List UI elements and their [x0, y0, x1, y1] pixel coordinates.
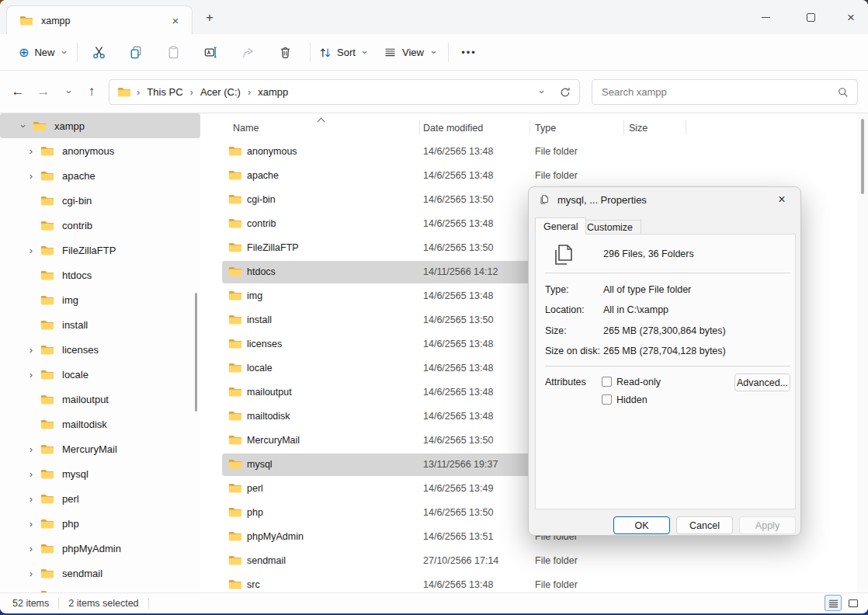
advanced-button[interactable]: Advanced...: [734, 374, 790, 391]
sidebar-item[interactable]: › cgi-bin: [0, 188, 200, 213]
folder-icon: [228, 579, 242, 592]
tab-customize[interactable]: Customize: [578, 220, 641, 235]
search-input[interactable]: [602, 80, 831, 104]
details-view-button[interactable]: [825, 595, 842, 611]
search-box[interactable]: [592, 79, 858, 105]
file-row[interactable]: sendmail 27/10/2566 17:14 File folder: [200, 549, 868, 573]
forward-button[interactable]: →: [32, 80, 55, 103]
sidebar-item[interactable]: › php: [0, 511, 200, 536]
sidebar-item[interactable]: › mailtodisk: [0, 412, 200, 436]
sidebar-item[interactable]: › perl: [0, 486, 200, 511]
sidebar-item[interactable]: › mailoutput: [0, 387, 200, 412]
sidebar-item[interactable]: › install: [0, 312, 200, 337]
tree-expand-chevron-icon[interactable]: ›: [26, 568, 36, 579]
folder-icon: [19, 15, 33, 26]
sidebar-item[interactable]: › anonymous: [0, 138, 200, 163]
address-bar[interactable]: › This PC › Acer (C:) › xampp ›: [109, 79, 580, 105]
rename-button[interactable]: [196, 40, 224, 65]
recent-locations-button[interactable]: ›: [57, 80, 81, 103]
sidebar-item[interactable]: › locale: [0, 362, 200, 387]
column-header-size[interactable]: Size: [629, 123, 648, 134]
tree-expand-chevron-icon[interactable]: ›: [26, 171, 36, 181]
tree-expand-chevron-icon[interactable]: ›: [26, 519, 36, 529]
file-date-modified: 27/10/2566 17:14: [423, 555, 498, 566]
chevron-down-icon: ›: [64, 87, 75, 96]
sort-button[interactable]: Sort ›: [312, 40, 376, 65]
sidebar-item[interactable]: › xampp: [0, 113, 200, 138]
new-button[interactable]: ⊕ New ›: [11, 40, 77, 65]
column-divider[interactable]: [529, 120, 530, 135]
dialog-close-icon[interactable]: ×: [773, 190, 791, 209]
folder-icon: [228, 193, 242, 208]
tab-general[interactable]: General: [535, 217, 586, 235]
column-divider[interactable]: [623, 120, 624, 135]
tree-expand-chevron-icon[interactable]: ›: [26, 444, 36, 454]
file-row[interactable]: anonymous 14/6/2565 13:48 File folder: [200, 140, 868, 164]
sidebar-item[interactable]: › sendmail: [0, 561, 200, 585]
sidebar-item[interactable]: › MercuryMail: [0, 436, 200, 461]
sidebar-item[interactable]: › contrib: [0, 213, 200, 238]
cut-button[interactable]: [85, 40, 113, 65]
sidebar-item[interactable]: › img: [0, 287, 200, 312]
column-header-type[interactable]: Type: [535, 123, 556, 134]
tree-expand-chevron-icon[interactable]: ›: [26, 469, 36, 479]
tree-expand-chevron-icon[interactable]: ›: [26, 494, 36, 504]
address-dropdown-chevron-icon[interactable]: ›: [537, 88, 547, 97]
folder-icon: [40, 195, 54, 207]
list-scrollbar-track[interactable]: [857, 113, 868, 592]
folder-icon: [33, 120, 47, 132]
file-date-modified: 14/6/2565 13:50: [423, 435, 493, 446]
tree-expand-chevron-icon[interactable]: ›: [19, 121, 29, 130]
paste-button[interactable]: [159, 40, 187, 65]
back-button[interactable]: ←: [6, 80, 30, 103]
file-name: locale: [247, 363, 273, 374]
breadcrumb-drive-c[interactable]: Acer (C:): [199, 86, 242, 98]
maximize-button[interactable]: [795, 6, 826, 28]
refresh-icon[interactable]: [559, 86, 571, 99]
view-button[interactable]: View ›: [377, 40, 445, 65]
tree-expand-chevron-icon[interactable]: ›: [26, 544, 36, 554]
toolbar-divider: [448, 43, 449, 62]
location-value: All in C:\xampp: [603, 304, 668, 315]
sidebar-item-label: locale: [62, 369, 89, 380]
sidebar-item[interactable]: › apache: [0, 163, 200, 188]
up-button[interactable]: ↑: [80, 80, 103, 103]
tree-expand-chevron-icon[interactable]: ›: [26, 345, 36, 355]
see-more-button[interactable]: •••: [455, 40, 483, 65]
column-divider[interactable]: [686, 120, 686, 135]
list-scrollbar-thumb[interactable]: [861, 119, 864, 194]
ok-button[interactable]: OK: [613, 516, 670, 534]
explorer-tab-xampp[interactable]: xampp ×: [6, 5, 193, 35]
copy-button[interactable]: [122, 40, 150, 65]
new-tab-button[interactable]: +: [200, 9, 219, 27]
apply-button[interactable]: Apply: [739, 516, 796, 534]
tree-expand-chevron-icon[interactable]: ›: [26, 370, 36, 380]
tree-expand-chevron-icon[interactable]: ›: [26, 146, 36, 156]
minimize-button[interactable]: [750, 6, 781, 28]
breadcrumb-this-pc[interactable]: This PC: [145, 86, 184, 98]
file-row[interactable]: apache 14/6/2565 13:48 File folder: [200, 164, 868, 188]
sidebar-item[interactable]: › htdocs: [0, 262, 200, 287]
folder-icon: [228, 241, 242, 256]
tree-expand-chevron-icon[interactable]: ›: [26, 245, 36, 255]
sidebar-item[interactable]: › licenses: [0, 337, 200, 362]
delete-button[interactable]: [271, 40, 299, 65]
column-header-date-modified[interactable]: Date modified: [423, 123, 483, 134]
sidebar-scrollbar[interactable]: [195, 293, 197, 412]
folder-icon: [228, 482, 242, 497]
column-divider[interactable]: [419, 120, 420, 135]
sidebar-item[interactable]: › FileZillaFTP: [0, 238, 200, 262]
close-button[interactable]: ×: [835, 6, 866, 28]
column-header-name[interactable]: Name: [233, 123, 259, 134]
hidden-checkbox[interactable]: [602, 394, 612, 405]
large-icons-view-button[interactable]: [845, 595, 862, 611]
share-button[interactable]: [234, 40, 262, 65]
sidebar-item[interactable]: › phpMyAdmin: [0, 536, 200, 561]
sidebar-item[interactable]: › mysql: [0, 461, 200, 486]
sidebar-item-label: phpMyAdmin: [62, 543, 121, 554]
breadcrumb-xampp[interactable]: xampp: [256, 86, 290, 98]
file-row[interactable]: src 14/6/2565 13:48 File folder: [200, 573, 868, 592]
tab-close-icon[interactable]: ×: [167, 12, 184, 30]
cancel-button[interactable]: Cancel: [676, 516, 733, 534]
read-only-checkbox[interactable]: [602, 377, 612, 387]
